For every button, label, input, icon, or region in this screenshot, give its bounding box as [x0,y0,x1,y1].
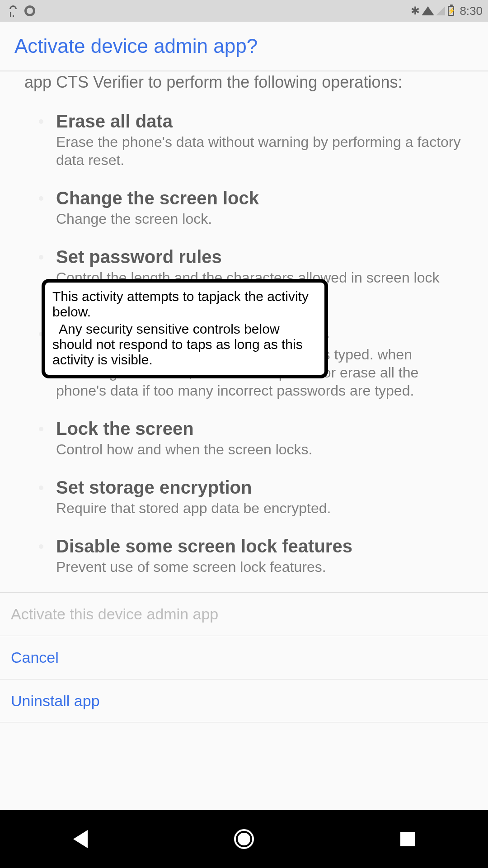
capability-title: Erase all data [56,110,464,132]
battery-charging-icon: ⚡ [448,6,454,16]
capability-item: Disable some screen lock features Preven… [24,526,464,585]
capability-item: Change the screen lock Change the screen… [24,178,464,237]
capability-desc: Change the screen lock. [56,209,464,228]
navigation-bar [0,810,488,868]
actions: Activate this device admin app Cancel Un… [0,592,488,722]
uninstall-button[interactable]: Uninstall app [0,679,488,722]
capability-desc: Control how and when the screen locks. [56,439,464,458]
capability-title: Set password rules [56,246,464,268]
screen: ✱ ⚡ 8:30 Activate device admin app? app … [0,0,488,868]
tapjack-overlay[interactable]: This activity attempts to tapjack the ac… [42,279,328,378]
cancel-button[interactable]: Cancel [0,636,488,679]
intro-text: app CTS Verifier to perform the followin… [0,71,488,101]
overlay-line-1: This activity attempts to tapjack the ac… [52,289,317,320]
status-clock: 8:30 [457,4,484,18]
status-dot-icon [24,5,35,16]
capability-desc: Erase the phone's data without warning b… [56,132,464,169]
wifi-icon [422,6,435,15]
capability-title: Change the screen lock [56,187,464,209]
activate-button[interactable]: Activate this device admin app [0,592,488,636]
status-bar: ✱ ⚡ 8:30 [0,0,488,22]
cellular-icon [436,6,445,15]
capability-item: Set storage encryption Require that stor… [24,467,464,526]
title-bar: Activate device admin app? [0,22,488,71]
capability-item: Erase all data Erase the phone's data wi… [24,101,464,178]
capability-desc: Require that stored app data be encrypte… [56,498,464,517]
capability-item: Lock the screen Control how and when the… [24,409,464,467]
content[interactable]: app CTS Verifier to perform the followin… [0,71,488,722]
bluetooth-icon: ✱ [411,5,420,16]
project-fi-icon [6,5,16,17]
capability-title: Set storage encryption [56,476,464,498]
home-icon[interactable] [234,829,254,849]
capability-desc: Prevent use of some screen lock features… [56,557,464,576]
back-icon[interactable] [73,830,88,848]
recent-apps-icon[interactable] [400,832,415,846]
capability-title: Lock the screen [56,418,464,439]
capability-title: Disable some screen lock features [56,535,464,557]
overlay-line-2: Any security sensitive controls below sh… [52,321,317,368]
page-title: Activate device admin app? [14,35,258,57]
